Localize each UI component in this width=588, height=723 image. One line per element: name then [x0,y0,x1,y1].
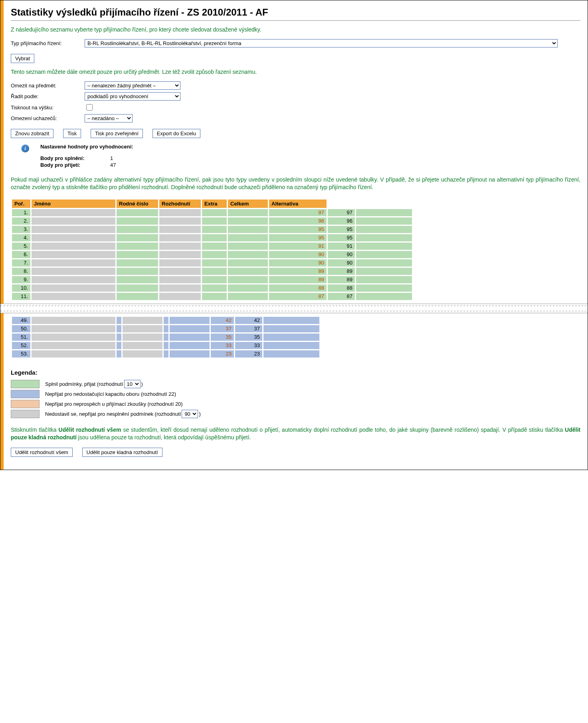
cell-sep [164,317,168,324]
cell-sep [202,243,227,250]
cell-extra: 37 [211,325,234,332]
cell-sep [202,251,227,258]
subject-label: Omezit na předmět: [11,83,85,89]
cell-alt [263,317,319,324]
sort-select[interactable]: podkladů pro vyhodnocení [85,92,180,101]
cell-por: 52. [12,342,30,349]
cell-sep [202,259,227,267]
col-jmeno: Jméno [32,200,115,208]
cell-sep [202,209,227,216]
cell-extra: 96 [269,217,327,225]
select-button[interactable]: Vybrat [11,54,34,63]
admission-type-select[interactable]: B-RL Rostlinolékařství, B-RL-RL Rostlino… [85,39,558,47]
print-button[interactable]: Tisk [63,129,81,138]
cell-extra: 97 [269,209,327,216]
cell-jmeno [32,259,115,267]
cell-jmeno [32,234,115,241]
cell-extra: 88 [269,284,327,292]
print-publish-button[interactable]: Tisk pro zveřejnění [91,129,143,138]
cell-por: 6. [12,251,30,258]
cell-extra: 90 [269,259,327,267]
cell-sep [202,293,227,300]
cell-rc [123,350,162,358]
table-row: 7.9090 [12,259,412,267]
cell-roz [228,251,268,258]
print-height-label: Tisknout na výšku: [11,105,85,111]
cell-sep [202,234,227,241]
cell-celkem: 95 [328,234,355,241]
cell-rc [159,234,201,241]
cell-jmeno [32,226,115,233]
subject-select[interactable]: – nenalezen žádný předmět – [85,81,180,90]
cell-extra: 90 [269,251,327,258]
info-icon: i [21,144,29,152]
cell-alt [263,325,319,332]
cell-extra: 89 [269,276,327,283]
cell-extra: 95 [269,226,327,233]
cell-celkem: 90 [328,251,355,258]
page-title: Statistiky výsledků přijímacího řízení -… [11,7,580,21]
settings-heading: Nastavené hodnoty pro vyhodnocení: [40,144,133,150]
legend-grey-select[interactable]: 90 [182,410,198,418]
cell-roz [170,325,210,332]
legend-green-select[interactable]: 10 [124,380,141,388]
cell-celkem: 95 [328,226,355,233]
print-height-checkbox[interactable] [86,104,93,111]
sort-label: Řadit podle: [11,93,85,99]
cell-jmeno [32,325,115,332]
swatch-grey [11,410,40,418]
cell-jmeno [32,342,115,349]
cell-celkem: 37 [235,325,262,332]
export-excel-button[interactable]: Export do Excelu [152,129,200,138]
cell-alt [356,217,412,225]
cell-extra: 91 [269,243,327,250]
cell-por: 4. [12,234,30,241]
table-row: 2.9696 [12,217,412,225]
torn-separator [0,304,588,313]
cell-sep [117,234,158,241]
cell-por: 9. [12,276,30,283]
cell-jmeno [32,317,115,324]
legend-heading: Legenda: [11,369,580,376]
cell-rc [159,209,201,216]
limit-select[interactable]: – nezadáno – [85,114,133,122]
table-row: 53.2323 [12,350,319,358]
cell-celkem: 91 [328,243,355,250]
cell-jmeno [32,209,115,216]
table-row: 3.9595 [12,226,412,233]
cell-sep [117,284,158,292]
cell-alt [356,284,412,292]
cell-roz [228,243,268,250]
cell-por: 11. [12,293,30,300]
cell-alt [356,268,412,275]
cell-roz [170,350,210,358]
cell-sep [117,209,158,216]
cell-sep [117,342,121,349]
cell-alt [356,209,412,216]
cell-jmeno [32,251,115,258]
cell-rc [159,268,201,275]
cell-rc [123,325,162,332]
cell-alt [356,251,412,258]
cell-extra: 87 [269,293,327,300]
assign-positive-button[interactable]: Udělit pouze kladná rozhodnutí [82,448,162,457]
cell-alt [356,293,412,300]
accent-bar [0,0,4,470]
cell-rc [123,334,162,341]
cell-roz [228,276,268,283]
table-row: 10.8888 [12,284,412,292]
legend-blue: Nepřijat pro nedostačující kapacitu obor… [45,391,176,397]
cell-sep [117,293,158,300]
assign-all-button[interactable]: Udělit rozhodnutí všem [11,448,73,457]
table-row: 4.9595 [12,234,412,241]
cell-roz [170,342,210,349]
swatch-blue [11,390,40,398]
cell-sep [117,226,158,233]
cell-celkem: 33 [235,342,262,349]
refresh-button[interactable]: Znovu zobrazit [11,129,53,138]
table-row: 49.4242 [12,317,319,324]
cell-rc [159,251,201,258]
col-celkem: Celkem [228,200,268,208]
cell-celkem: 35 [235,334,262,341]
col-alt: Alternativa [269,200,327,208]
